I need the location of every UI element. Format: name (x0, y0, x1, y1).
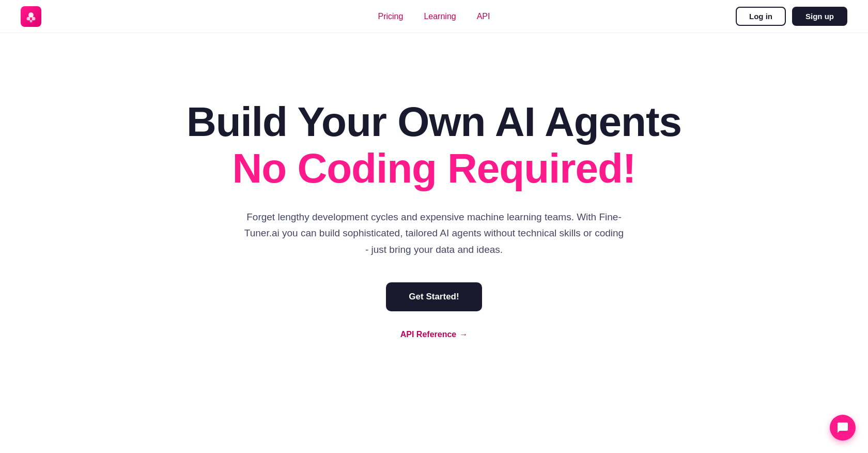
nav-link-learning[interactable]: Learning (424, 12, 456, 21)
signup-button[interactable]: Sign up (792, 7, 847, 26)
api-reference-arrow: → (459, 330, 468, 339)
navbar-actions: Log in Sign up (736, 7, 847, 26)
hero-section: Build Your Own AI Agents No Coding Requi… (0, 33, 868, 395)
get-started-button[interactable]: Get Started! (386, 282, 482, 311)
hero-title-line1: Build Your Own AI Agents (187, 99, 681, 145)
hero-subtitle: Forget lengthy development cycles and ex… (243, 209, 625, 258)
logo[interactable] (21, 6, 41, 27)
nav-link-pricing[interactable]: Pricing (378, 12, 404, 21)
navbar: Pricing Learning API Log in Sign up (0, 0, 868, 33)
nav-links: Pricing Learning API (378, 12, 490, 21)
chat-bubble[interactable] (830, 415, 856, 441)
logo-icon (21, 6, 41, 27)
api-reference-label: API Reference (400, 330, 457, 339)
login-button[interactable]: Log in (736, 7, 786, 26)
nav-link-api[interactable]: API (477, 12, 490, 21)
chat-icon (836, 421, 849, 434)
hero-title-line2: No Coding Required! (233, 145, 636, 192)
api-reference-link[interactable]: API Reference → (400, 330, 468, 339)
